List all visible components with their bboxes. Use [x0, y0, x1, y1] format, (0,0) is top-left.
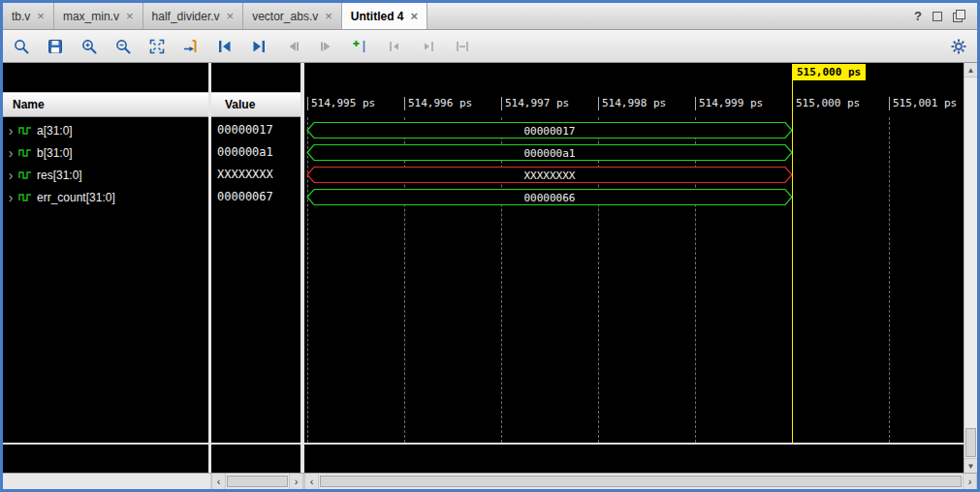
value-column-header[interactable]: Value [211, 92, 300, 117]
tab-half-divider-v[interactable]: half_divider.v × [143, 3, 244, 29]
bottom-scrollbar-strip: ‹ › ‹ › [3, 473, 977, 489]
scroll-up-button[interactable]: ▲ [964, 63, 977, 77]
search-button[interactable] [11, 36, 32, 57]
waveform-canvas[interactable]: 00000017 000000a1 XXXXXXXX [304, 117, 964, 473]
time-tick-label: 515,001 ps [889, 97, 957, 110]
settings-button[interactable] [948, 36, 969, 57]
signal-name-panel: Name › a[31:0] › b[31:0] › [3, 63, 208, 473]
scrollbar-track[interactable] [319, 474, 963, 489]
time-cursor-line[interactable] [792, 80, 793, 443]
wave-toolbar [3, 30, 977, 63]
previous-marker-icon [386, 38, 403, 55]
time-tick-label: 514,995 ps [307, 97, 375, 110]
bus-wave-res: XXXXXXXX [304, 164, 964, 186]
new-window-icon[interactable] [953, 10, 965, 22]
time-ruler[interactable]: 514,995 ps 514,996 ps 514,997 ps 514,998… [304, 92, 964, 117]
swap-cursors-icon [454, 38, 471, 55]
tab-max-min-v[interactable]: max_min.v × [54, 3, 143, 29]
zoom-in-button[interactable] [79, 36, 100, 57]
value-header-label: Value [225, 98, 255, 111]
settings-gear-icon [950, 38, 967, 55]
scrollbar-track[interactable] [226, 474, 289, 489]
float-window-icon[interactable] [933, 12, 942, 21]
help-icon[interactable]: ? [914, 9, 922, 23]
name-header-label: Name [13, 98, 45, 111]
name-column-header[interactable]: Name [3, 92, 208, 117]
bus-signal-icon [18, 125, 32, 137]
tab-label: half_divider.v [152, 10, 220, 23]
name-panel-body: › a[31:0] › b[31:0] › res[31:0] [3, 117, 208, 473]
bus-wave-b: 000000a1 [304, 141, 964, 164]
next-marker-button[interactable] [418, 36, 439, 57]
scroll-left-button[interactable]: ‹ [304, 474, 319, 489]
add-marker-icon [352, 38, 369, 55]
save-wave-config-button[interactable] [45, 36, 66, 57]
next-transition-button[interactable] [316, 36, 337, 57]
signal-value: XXXXXXXX [211, 164, 300, 186]
chevron-expand-icon[interactable]: › [3, 169, 18, 182]
tab-label: tb.v [12, 10, 30, 23]
wave-viewer-main: Name › a[31:0] › b[31:0] › [3, 63, 977, 473]
scroll-down-button[interactable]: ▼ [964, 458, 977, 473]
signal-row-a[interactable]: › a[31:0] [3, 119, 208, 141]
scroll-right-button[interactable]: › [963, 474, 977, 489]
tab-label: vector_abs.v [252, 10, 318, 23]
close-icon[interactable]: × [126, 10, 134, 22]
signal-value: 00000017 [211, 119, 300, 141]
waveform-scrollbar[interactable]: ‹ › [304, 474, 977, 489]
zoom-to-cursor-icon [182, 38, 200, 55]
vertical-scrollbar-thumb[interactable] [965, 428, 976, 457]
bus-value-label: 000000a1 [524, 147, 576, 160]
vertical-scrollbar[interactable]: ▲ ▼ [964, 63, 977, 473]
swap-cursors-button[interactable] [452, 36, 473, 57]
bus-value-label: XXXXXXXX [524, 169, 576, 182]
close-icon[interactable]: × [411, 10, 419, 22]
bus-value-label: 00000017 [524, 125, 576, 138]
previous-transition-button[interactable] [282, 36, 303, 57]
tab-tb-v[interactable]: tb.v × [3, 3, 54, 29]
signal-value: 00000067 [211, 186, 300, 208]
close-icon[interactable]: × [227, 10, 235, 22]
chevron-expand-icon[interactable]: › [3, 124, 18, 138]
time-tick-label: 514,996 ps [404, 97, 472, 110]
value-panel-body: 00000017 000000a1 XXXXXXXX 00000067 [211, 117, 300, 473]
scrollbar-thumb[interactable] [320, 476, 962, 487]
value-panel-scrollbar[interactable]: ‹ › [211, 474, 304, 489]
signal-row-res[interactable]: › res[31:0] [3, 164, 208, 186]
zoom-fit-button[interactable] [146, 36, 168, 57]
scrollbar-thumb[interactable] [227, 476, 288, 487]
scroll-right-button[interactable]: › [289, 474, 303, 489]
scroll-left-button[interactable]: ‹ [211, 474, 226, 489]
next-marker-icon [420, 38, 437, 55]
zoom-out-button[interactable] [112, 36, 134, 57]
close-icon[interactable]: × [325, 10, 332, 22]
zoom-fit-icon [148, 38, 166, 55]
tab-untitled-4[interactable]: Untitled 4 × [342, 3, 427, 29]
go-to-last-time-button[interactable] [248, 36, 269, 57]
name-panel-scroll-area [3, 474, 211, 489]
tab-label: max_min.v [63, 10, 119, 23]
tab-label: Untitled 4 [351, 10, 404, 23]
signal-row-b[interactable]: › b[31:0] [3, 141, 208, 164]
time-tick-label: 514,997 ps [501, 97, 569, 110]
zoom-to-cursor-button[interactable] [180, 36, 202, 57]
chevron-expand-icon[interactable]: › [3, 146, 18, 160]
time-tick-label: 514,998 ps [598, 97, 666, 110]
previous-transition-icon [284, 38, 301, 55]
go-to-time-0-button[interactable] [214, 36, 236, 57]
simulation-wave-window: tb.v × max_min.v × half_divider.v × vect… [0, 0, 980, 492]
cursor-time-badge[interactable]: 515,000 ps [792, 64, 866, 80]
bus-value-label: 00000066 [524, 192, 576, 204]
tab-vector-abs-v[interactable]: vector_abs.v × [243, 3, 342, 29]
signal-row-err-count[interactable]: › err_count[31:0] [3, 186, 208, 208]
save-icon [47, 38, 64, 55]
bus-signal-icon [18, 192, 32, 203]
close-icon[interactable]: × [37, 10, 45, 22]
signal-value-panel: Value 00000017 000000a1 XXXXXXXX 0000006… [211, 63, 300, 473]
previous-marker-button[interactable] [384, 36, 405, 57]
bus-signal-icon [18, 147, 32, 159]
panel-split-line [304, 443, 964, 445]
bus-wave-a: 00000017 [304, 119, 964, 141]
add-marker-button[interactable] [350, 36, 371, 57]
chevron-expand-icon[interactable]: › [3, 191, 18, 204]
